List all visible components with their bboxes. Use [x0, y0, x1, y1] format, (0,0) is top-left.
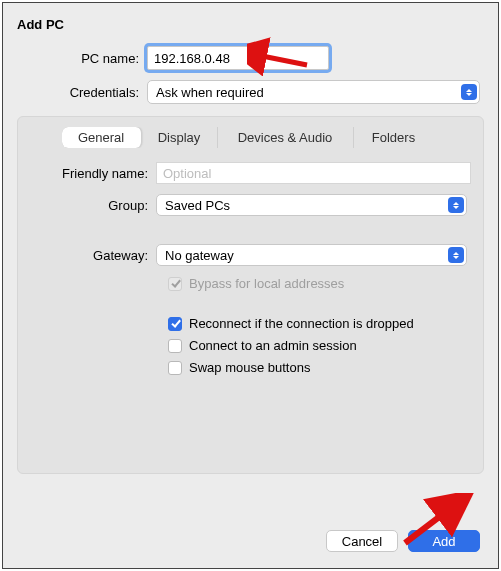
credentials-value: Ask when required	[156, 85, 264, 100]
pc-name-label: PC name:	[17, 51, 147, 66]
group-value: Saved PCs	[165, 198, 230, 213]
tab-devices-audio[interactable]: Devices & Audio	[218, 127, 354, 148]
swap-checkbox[interactable]	[168, 361, 182, 375]
reconnect-label: Reconnect if the connection is dropped	[189, 316, 414, 331]
dialog-title: Add PC	[17, 17, 484, 32]
admin-label: Connect to an admin session	[189, 338, 357, 353]
gateway-label: Gateway:	[30, 248, 156, 263]
tab-bar: General Display Devices & Audio Folders	[62, 127, 440, 148]
footer-buttons: Cancel Add	[326, 530, 480, 552]
group-label: Group:	[30, 198, 156, 213]
reconnect-checkbox-row[interactable]: Reconnect if the connection is dropped	[168, 316, 471, 331]
chevron-updown-icon	[448, 197, 464, 213]
chevron-updown-icon	[461, 84, 477, 100]
swap-label: Swap mouse buttons	[189, 360, 310, 375]
gateway-dropdown[interactable]: No gateway	[156, 244, 467, 266]
tab-display[interactable]: Display	[142, 127, 218, 148]
settings-panel: General Display Devices & Audio Folders …	[17, 116, 484, 474]
admin-checkbox-row[interactable]: Connect to an admin session	[168, 338, 471, 353]
admin-checkbox[interactable]	[168, 339, 182, 353]
bypass-checkbox-row: Bypass for local addresses	[168, 276, 471, 291]
tab-general[interactable]: General	[62, 127, 142, 148]
bypass-checkbox	[168, 277, 182, 291]
cancel-button[interactable]: Cancel	[326, 530, 398, 552]
tab-folders[interactable]: Folders	[354, 127, 434, 148]
reconnect-checkbox[interactable]	[168, 317, 182, 331]
credentials-dropdown[interactable]: Ask when required	[147, 80, 480, 104]
add-pc-dialog: Add PC PC name: Credentials: Ask when re…	[2, 2, 499, 569]
chevron-updown-icon	[448, 247, 464, 263]
friendly-name-label: Friendly name:	[30, 166, 156, 181]
credentials-label: Credentials:	[17, 85, 147, 100]
gateway-value: No gateway	[165, 248, 234, 263]
pc-name-input[interactable]	[147, 46, 329, 70]
group-dropdown[interactable]: Saved PCs	[156, 194, 467, 216]
add-button[interactable]: Add	[408, 530, 480, 552]
bypass-label: Bypass for local addresses	[189, 276, 344, 291]
friendly-name-input[interactable]	[156, 162, 471, 184]
swap-checkbox-row[interactable]: Swap mouse buttons	[168, 360, 471, 375]
